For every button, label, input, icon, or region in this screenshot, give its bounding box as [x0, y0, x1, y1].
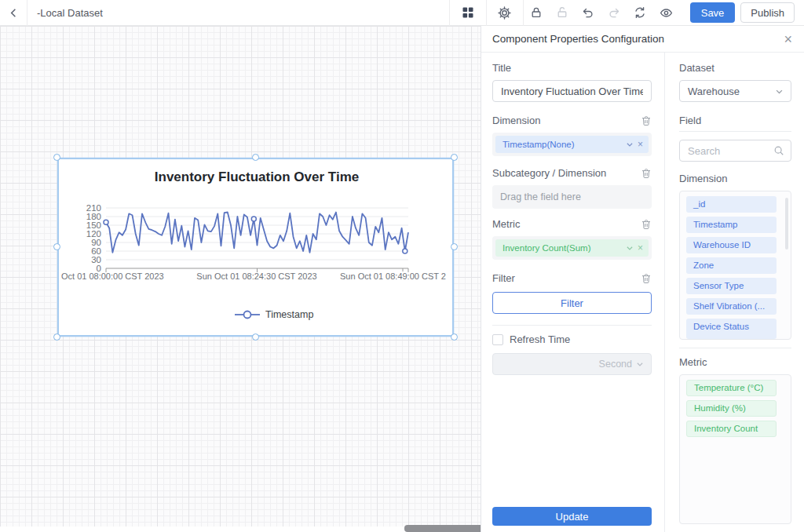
title-label: Title [492, 62, 652, 74]
dataset-label: Dataset [679, 62, 791, 74]
chevron-down-icon [636, 360, 644, 368]
dimension-label: Dimension [492, 115, 652, 126]
chart-component[interactable]: Inventory Fluctuation Over Time210180150… [57, 158, 454, 337]
resize-handle-e[interactable] [451, 243, 458, 250]
dimension-list-scrollbar[interactable] [785, 198, 788, 250]
chevron-down-icon[interactable] [626, 140, 634, 148]
section-divider [492, 325, 652, 326]
metric-chip-holder: Inventory Count(Sum) × [492, 236, 652, 260]
dimension-field-chip[interactable]: Warehouse ID [686, 237, 777, 253]
dimension-field-chip[interactable]: Timestamp [686, 217, 777, 233]
subcategory-drop-area[interactable]: Drag the field here [492, 185, 652, 209]
svg-text:Inventory Fluctuation Over Tim: Inventory Fluctuation Over Time [155, 169, 359, 184]
components-grid-icon [462, 6, 474, 19]
redo-icon [608, 6, 620, 19]
chevron-down-icon [775, 87, 784, 96]
dimension-field-chip-partial[interactable] [686, 332, 777, 339]
lock-icon [530, 6, 543, 19]
svg-text:Sun Oct 01 08:24:30 CST 2023: Sun Oct 01 08:24:30 CST 2023 [196, 271, 316, 281]
metric-field-chip[interactable]: Humidity (%) [686, 400, 777, 417]
metric-field-list: Temperature (°C)Humidity (%)Inventory Co… [679, 374, 791, 524]
panel-title: Component Properties Configuration [492, 33, 664, 45]
remove-dimension-icon[interactable]: × [638, 140, 643, 149]
resize-handle-se[interactable] [451, 333, 458, 341]
resize-handle-s[interactable] [252, 333, 259, 341]
undo-icon [582, 6, 594, 19]
svg-text:Sun Oct 01 08:49:00 CST 2: Sun Oct 01 08:49:00 CST 2 [340, 271, 446, 281]
line-chart: Inventory Fluctuation Over Time210180150… [59, 159, 452, 335]
refresh-icon [634, 6, 646, 19]
redo-button [601, 0, 627, 26]
toolbar-divider [27, 0, 27, 26]
app-window: -Local Dataset [0, 0, 804, 532]
dimension-field-list: _idTimestampWarehouse IDZoneSensor TypeS… [679, 191, 791, 340]
section-divider [679, 348, 791, 348]
field-divider [679, 131, 791, 132]
gear-icon [498, 6, 511, 20]
eye-icon [660, 6, 673, 20]
undo-button[interactable] [576, 0, 601, 26]
resize-handle-nw[interactable] [53, 154, 60, 161]
refresh-time-label: Refresh Time [510, 333, 570, 345]
back-button[interactable] [0, 0, 27, 26]
remove-metric-icon[interactable]: × [638, 243, 643, 253]
metric-field-chip[interactable]: Inventory Count [686, 421, 777, 437]
properties-panel: Component Properties Configuration × Tit… [481, 26, 804, 532]
subcategory-trash-icon[interactable] [641, 168, 652, 179]
chevron-down-icon[interactable] [626, 244, 634, 252]
config-column: Title Dimension Timestamp(None) × [481, 53, 664, 532]
dimension-field-chip[interactable]: Sensor Type [686, 278, 777, 294]
metric-chip[interactable]: Inventory Count(Sum) × [495, 239, 649, 257]
save-button[interactable]: Save [690, 2, 736, 23]
dimension-chip-holder: Timestamp(None) × [492, 133, 652, 156]
components-button[interactable] [450, 0, 486, 26]
field-search [679, 140, 791, 162]
resize-handle-ne[interactable] [451, 154, 458, 161]
canvas-horizontal-scrollbar[interactable] [404, 525, 481, 532]
chart-title-input[interactable] [492, 80, 652, 102]
resize-handle-sw[interactable] [53, 333, 60, 341]
resize-handle-w[interactable] [53, 243, 60, 250]
settings-button[interactable] [487, 0, 523, 26]
refresh-time-checkbox[interactable] [492, 334, 503, 345]
filter-trash-icon[interactable] [641, 273, 652, 284]
refresh-interval-group: Second [492, 353, 652, 375]
metric-label: Metric [492, 218, 652, 230]
filter-button[interactable]: Filter [492, 292, 652, 314]
unlock-icon [556, 6, 568, 19]
dimension-fields-label: Dimension [679, 173, 791, 184]
panel-header: Component Properties Configuration × [481, 26, 804, 53]
refresh-time-row: Refresh Time [492, 333, 652, 345]
dimension-trash-icon[interactable] [641, 115, 652, 126]
svg-text:Timestamp: Timestamp [265, 309, 313, 320]
field-label: Field [679, 115, 791, 126]
dimension-chip[interactable]: Timestamp(None) × [495, 136, 649, 153]
page-title: -Local Dataset [37, 7, 103, 19]
refresh-interval-input [493, 354, 599, 374]
preview-button[interactable] [653, 0, 679, 26]
svg-text:Oct 01 08:00:00 CST 2023: Oct 01 08:00:00 CST 2023 [61, 271, 164, 281]
canvas[interactable]: Inventory Fluctuation Over Time210180150… [0, 26, 481, 532]
dataset-column: Dataset Warehouse Field [664, 53, 804, 532]
filter-label: Filter [492, 272, 652, 284]
search-icon [773, 145, 784, 156]
refresh-button[interactable] [627, 0, 653, 26]
metric-trash-icon[interactable] [641, 219, 652, 230]
metric-fields-label: Metric [679, 356, 791, 368]
chevron-left-icon [8, 7, 20, 19]
dimension-field-chip[interactable]: _id [686, 196, 777, 213]
publish-button[interactable]: Publish [740, 2, 795, 23]
lock-button[interactable] [524, 0, 550, 26]
resize-handle-n[interactable] [252, 154, 259, 161]
update-button[interactable]: Update [492, 507, 652, 526]
metric-field-chip[interactable]: Temperature (°C) [686, 380, 777, 396]
dimension-field-chip[interactable]: Shelf Vibration (... [686, 298, 777, 315]
subcategory-label: Subcategory / Dimension [492, 167, 652, 179]
dimension-field-chip[interactable]: Zone [686, 257, 777, 274]
close-icon[interactable]: × [784, 32, 792, 46]
dataset-select[interactable]: Warehouse [679, 80, 791, 102]
toolbar: -Local Dataset [0, 0, 804, 26]
refresh-unit-select: Second [599, 359, 651, 370]
unlock-button [550, 0, 576, 26]
